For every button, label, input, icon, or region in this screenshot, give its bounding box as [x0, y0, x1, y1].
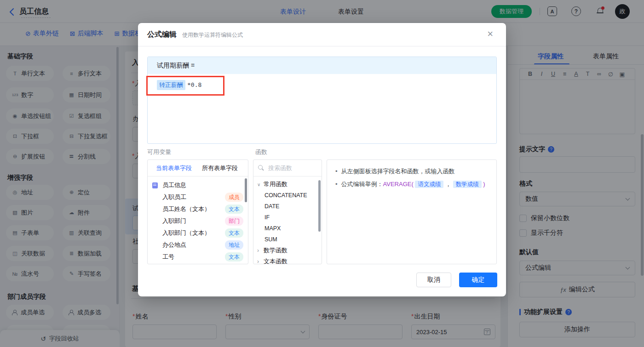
- function-search[interactable]: [253, 160, 322, 176]
- variables-panel: 当前表单字段 所有表单字段 员工信息 入职员工成员 员工姓名（文本）文本 入职部…: [147, 159, 248, 264]
- formula-edit-modal: 公式编辑 使用数学运算符编辑公式 × 试用期薪酬 = 转正薪酬*0.8 可用变量…: [138, 23, 506, 296]
- variable-row[interactable]: 入职员工成员: [148, 191, 248, 203]
- example-field-chip: 语文成绩: [415, 181, 443, 188]
- functions-section-label: 函数: [255, 148, 267, 156]
- close-icon[interactable]: ×: [484, 28, 496, 40]
- help-line-2: •公式编辑举例：AVERAGE( 语文成绩 ， 数学成绩 ): [335, 179, 488, 189]
- variable-row[interactable]: 工号文本: [148, 251, 248, 263]
- function-search-input[interactable]: [267, 164, 317, 172]
- chevron-right-icon: ›: [257, 258, 264, 264]
- function-group-common[interactable]: ∨常用函数: [253, 179, 322, 190]
- modal-subtitle: 使用数学运算符编辑公式: [182, 31, 243, 39]
- modal-header-divider: [138, 46, 506, 46]
- function-item[interactable]: MAPX: [253, 223, 322, 234]
- annotation-red-box: [146, 76, 224, 96]
- function-item[interactable]: SUM: [253, 234, 322, 245]
- variables-section-label: 可用变量: [147, 148, 171, 156]
- functions-panel: ∨常用函数 CONCATENATE DATE IF MAPX SUM ›数学函数…: [253, 159, 322, 264]
- function-group-text[interactable]: ›文本函数: [253, 256, 322, 264]
- function-name-token: AVERAGE(: [383, 181, 414, 188]
- variable-row[interactable]: 入职部门部门: [148, 215, 248, 227]
- function-item[interactable]: DATE: [253, 201, 322, 212]
- tab-all-form-fields[interactable]: 所有表单字段: [202, 164, 238, 172]
- variable-row[interactable]: 办公地点地址: [148, 239, 248, 251]
- variables-tabs: 当前表单字段 所有表单字段: [148, 160, 248, 176]
- variable-row[interactable]: 员工姓名（文本）文本: [148, 203, 248, 215]
- form-doc-icon: [152, 182, 158, 188]
- confirm-button[interactable]: 确定: [459, 273, 497, 287]
- example-field-chip: 数学成绩: [453, 181, 482, 188]
- function-item[interactable]: IF: [253, 212, 322, 223]
- cancel-button[interactable]: 取消: [416, 273, 451, 287]
- help-line-1: •从左侧面板选择字段名和函数，或输入函数: [335, 166, 488, 176]
- chevron-right-icon: ›: [257, 247, 264, 254]
- functions-scrollbar[interactable]: [318, 180, 321, 232]
- modal-title: 公式编辑: [147, 30, 177, 40]
- app-root: 员工信息 表单设计 表单设置 数据管理 A ? 政 ⊘表单外链 ⊠后端脚本 ⊞数…: [0, 0, 644, 347]
- type-badge: 地址: [225, 240, 243, 250]
- formula-help-panel: •从左侧面板选择字段名和函数，或输入函数 •公式编辑举例：AVERAGE( 语文…: [327, 159, 497, 264]
- function-group-math[interactable]: ›数学函数: [253, 245, 322, 256]
- type-badge: 成员: [225, 193, 243, 202]
- type-badge: 文本: [225, 228, 243, 238]
- formula-editor[interactable]: 试用期薪酬 = 转正薪酬*0.8: [147, 57, 497, 144]
- function-item[interactable]: CONCATENATE: [253, 190, 322, 201]
- chevron-down-icon: ∨: [257, 182, 264, 187]
- type-badge: 文本: [225, 252, 243, 262]
- variables-scrollbar[interactable]: [245, 178, 247, 202]
- type-badge: 部门: [225, 216, 243, 226]
- variable-root-row[interactable]: 员工信息: [148, 179, 248, 191]
- variable-row[interactable]: 入职部门（文本）文本: [148, 227, 248, 239]
- search-icon: [258, 165, 264, 171]
- tab-current-form-fields[interactable]: 当前表单字段: [156, 164, 192, 172]
- formula-target: 试用期薪酬 =: [148, 57, 496, 74]
- type-badge: 文本: [225, 205, 243, 214]
